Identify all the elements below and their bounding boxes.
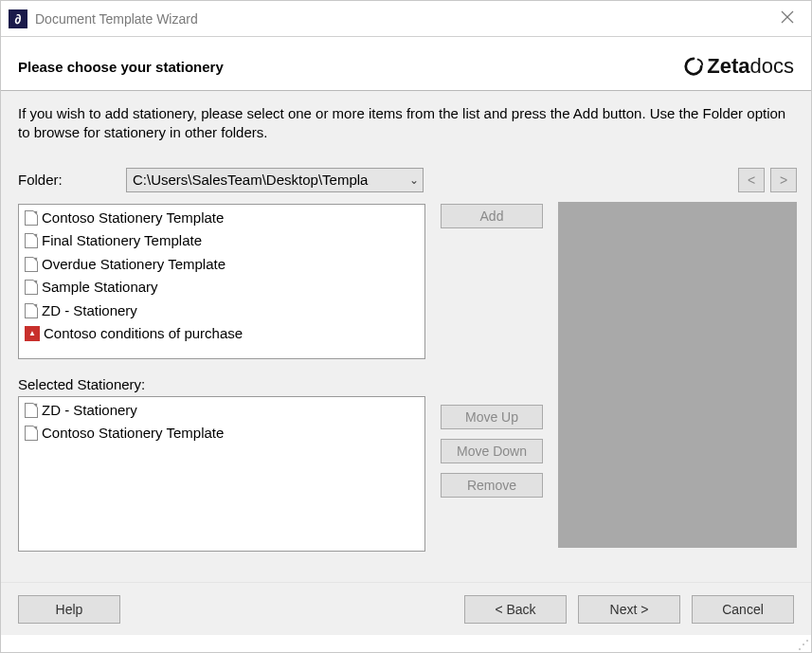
titlebar: ∂ Document Template Wizard [1,1,811,37]
list-item-label: ZD - Stationery [42,400,137,422]
list-item-label: Overdue Stationery Template [42,254,226,276]
cancel-button[interactable]: Cancel [692,595,794,624]
list-item[interactable]: ▲ Contoso conditions of purchase [19,322,424,346]
brand-name: Zetadocs [707,54,794,79]
list-item-label: Sample Stationary [42,277,158,299]
instructions-text: If you wish to add stationery, please se… [18,104,794,143]
back-button[interactable]: < Back [464,595,567,624]
available-listbox[interactable]: Contoso Stationery Template Final Statio… [18,204,425,359]
document-icon [25,233,38,248]
remove-button[interactable]: Remove [441,473,543,498]
list-item[interactable]: Contoso Stationery Template [19,207,424,230]
list-item[interactable]: ZD - Stationery [19,399,424,423]
document-icon [25,303,38,318]
selected-stationery-label: Selected Stationery: [18,376,425,392]
close-button[interactable] [773,7,802,31]
window-title: Document Template Wizard [35,11,198,27]
document-icon [25,257,38,272]
help-button[interactable]: Help [18,595,120,624]
document-icon [25,403,38,418]
app-icon: ∂ [9,9,27,28]
document-icon [25,280,38,295]
folder-combobox[interactable]: C:\Users\SalesTeam\Desktop\Templa ⌄ [126,168,424,192]
resize-grip[interactable]: ⋰ [796,637,809,650]
selected-listbox[interactable]: ZD - Stationery Contoso Stationery Templ… [18,396,425,552]
add-button[interactable]: Add [441,204,543,228]
document-icon [25,426,38,441]
preview-pane [558,202,797,548]
zetadocs-swirl-icon [682,56,705,77]
main-panel: If you wish to add stationery, please se… [1,91,811,582]
folder-value: C:\Users\SalesTeam\Desktop\Templa [133,172,368,188]
list-item-label: Contoso conditions of purchase [44,323,243,345]
move-down-button[interactable]: Move Down [441,439,543,463]
page-heading: Please choose your stationery [18,59,682,75]
preview-next-button[interactable]: > [770,168,797,192]
list-item[interactable]: Overdue Stationery Template [19,253,424,277]
document-icon [25,210,38,226]
folder-label: Folder: [18,172,126,188]
list-item-label: ZD - Stationery [42,300,137,322]
next-button[interactable]: Next > [578,595,680,624]
list-item[interactable]: Final Stationery Template [19,229,424,253]
list-item-label: Final Stationery Template [42,230,202,252]
preview-prev-button[interactable]: < [738,168,765,192]
move-up-button[interactable]: Move Up [441,405,543,429]
list-item-label: Contoso Stationery Template [42,208,224,229]
brand-logo: Zetadocs [682,54,794,79]
chevron-down-icon: ⌄ [409,173,419,187]
footer: Help < Back Next > Cancel [1,582,811,635]
header-section: Please choose your stationery Zetadocs [1,37,811,91]
list-item[interactable]: Contoso Stationery Template [19,422,424,445]
list-item[interactable]: Sample Stationary [19,276,424,299]
list-item-label: Contoso Stationery Template [42,423,224,444]
list-item[interactable]: ZD - Stationery [19,299,424,323]
pdf-icon: ▲ [25,326,40,341]
close-icon [781,10,794,24]
